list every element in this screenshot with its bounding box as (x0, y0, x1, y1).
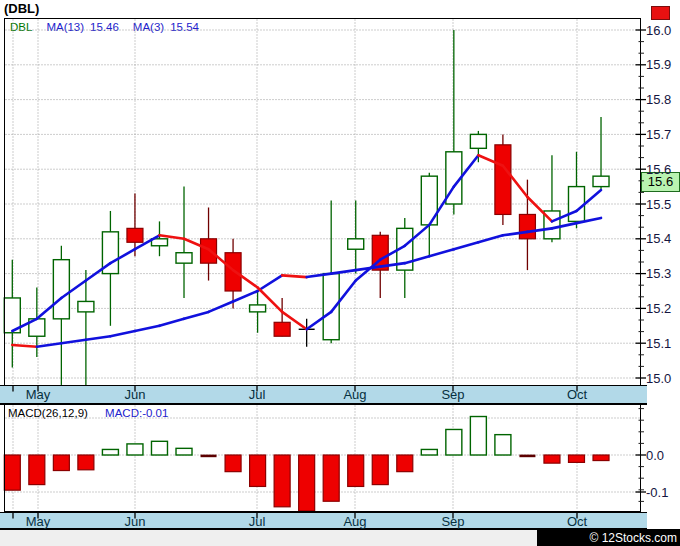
ma13-line-segment (454, 242, 479, 249)
candle-up (176, 253, 192, 263)
candle-up (102, 232, 118, 274)
macd-bar-negative (299, 455, 315, 511)
candle-up (544, 211, 560, 239)
price-ytick-label: 15.7 (646, 127, 671, 142)
macd-bar-flat (519, 455, 535, 458)
macd-bar-positive (151, 441, 167, 455)
candle-up (470, 134, 486, 148)
ma3-line-segment (380, 246, 405, 260)
candle-down (519, 214, 535, 238)
stock-chart-page: (DBL) © 12Stocks.com 16.015.915.815.715.… (0, 0, 680, 546)
candle-up (78, 301, 94, 311)
macd-bar-negative (78, 455, 94, 470)
ma13-line-segment (209, 301, 234, 311)
macd-bar-positive (470, 417, 486, 455)
page-title: (DBL) (4, 1, 39, 16)
macd-bar-negative (372, 455, 388, 485)
axis-ticks (13, 30, 646, 519)
candle-down (274, 322, 290, 336)
ma13-line-segment (405, 256, 430, 263)
price-month-axis-band (0, 385, 647, 405)
ticker-symbol: DBL (10, 21, 32, 33)
candle-down (495, 145, 511, 215)
candle-up (4, 298, 20, 333)
macd-bar-positive (102, 449, 118, 455)
macd-month-axis-band (0, 512, 647, 530)
ma13-line-segment (12, 345, 37, 347)
price-ytick-label: 15.5 (646, 197, 671, 212)
ma3-line-segment (110, 249, 135, 263)
macd-bar-negative (250, 455, 266, 486)
macd-params-label: MACD(26,12,9) (8, 407, 88, 419)
candle-down (201, 239, 217, 263)
ma13-line-segment (37, 343, 62, 346)
candle-down (127, 228, 143, 242)
ma13-line-segment (184, 312, 209, 319)
ma3-line-segment (282, 312, 307, 329)
price-legend: DBLMA(13)15.46MA(3)15.54 (10, 21, 199, 33)
price-plot-frame (5, 19, 641, 386)
ma3-line-segment (503, 166, 528, 197)
macd-bar-positive (495, 435, 511, 455)
ma13-value: 15.46 (90, 21, 119, 33)
ma13-line-segment (282, 275, 307, 277)
candle-up (568, 187, 584, 222)
ma3-line-segment (429, 187, 454, 225)
macd-bar-positive (446, 429, 462, 455)
ma13-line-segment (307, 274, 332, 277)
copyright-text: © 12Stocks.com (589, 531, 677, 545)
macd-bar-flat (201, 455, 217, 458)
macd-bar-negative (544, 455, 560, 463)
ma13-line-segment (380, 263, 405, 266)
price-ytick-label: 16.0 (646, 23, 671, 38)
macd-bar-negative (29, 455, 45, 485)
ma13-line-segment (135, 326, 160, 331)
macd-legend: MACD(26,12,9) MACD:-0.01 (8, 407, 168, 419)
macd-bar-negative (4, 455, 20, 490)
ma13-line-segment (478, 235, 503, 242)
current-price-badge: 15.6 (641, 172, 680, 192)
gridlines (6, 20, 640, 511)
ma3-line-segment (454, 155, 479, 186)
price-ytick-label: 15.8 (646, 92, 671, 107)
ma3-line-segment (184, 239, 209, 249)
candle-up (323, 274, 339, 340)
ma3-line-segment (258, 288, 283, 312)
ma3-line-segment (159, 235, 184, 238)
ma13-line-segment (258, 275, 283, 291)
ma3-line-segment (527, 197, 552, 221)
candle-up (53, 260, 69, 319)
chart-canvas (0, 0, 680, 546)
ma13-line-segment (356, 267, 381, 270)
ma3-value: 15.54 (170, 21, 199, 33)
ma13-line-segment (110, 331, 135, 336)
price-ytick-label: 15.3 (646, 266, 671, 281)
ma13-line-segment (61, 340, 86, 343)
macd-bar-negative (397, 455, 413, 472)
candle-up (151, 239, 167, 246)
macd-bar-positive (176, 448, 192, 455)
ma3-line-segment (86, 263, 111, 280)
price-ytick-label: 15.4 (646, 231, 671, 246)
ma13-line (12, 218, 601, 347)
macd-ytick-label: 0.0 (646, 448, 664, 463)
macd-plot-frame (5, 405, 641, 512)
ma13-line-segment (527, 228, 552, 231)
ma3-line-segment (478, 155, 503, 165)
ma3-line-segment (405, 225, 430, 246)
macd-bar-negative (225, 455, 241, 472)
ma3-line-segment (233, 270, 258, 287)
candle-up (29, 319, 45, 336)
macd-bar-positive (421, 449, 437, 455)
candle-up (593, 176, 609, 186)
ma3-line-segment (135, 235, 160, 249)
price-ytick-label: 15.9 (646, 57, 671, 72)
macd-bar-negative (323, 455, 339, 501)
ma3-line-segment (37, 298, 62, 319)
macd-bars (4, 417, 609, 511)
candle-down (372, 235, 388, 270)
ma3-line-segment (576, 190, 601, 211)
ma3-line-segment (209, 249, 234, 270)
candle-down (225, 253, 241, 291)
red-button[interactable] (651, 6, 670, 20)
